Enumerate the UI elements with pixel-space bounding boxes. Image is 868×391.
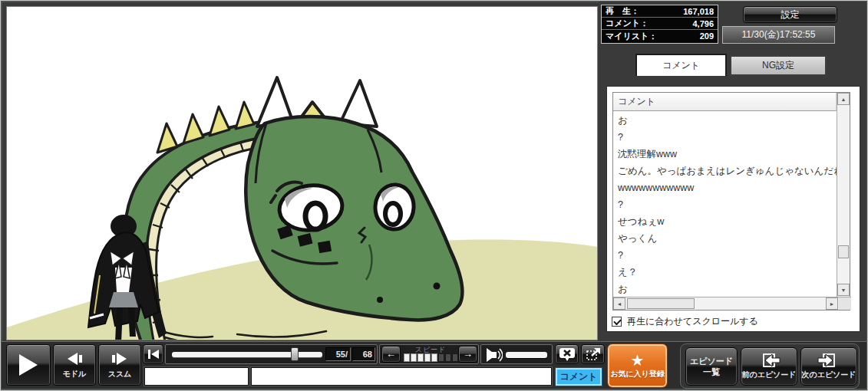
speed-segment: [452, 353, 458, 362]
stat-views: 再 生： 167,018: [602, 5, 718, 18]
video-screen[interactable]: [6, 6, 598, 340]
speed-segment: [417, 353, 424, 362]
skip-to-start-icon: [147, 348, 160, 360]
speed-segment: [438, 353, 444, 362]
seek-bar[interactable]: [172, 352, 322, 357]
step-forward-button[interactable]: ススム: [98, 344, 141, 386]
volume-slider[interactable]: [506, 352, 547, 358]
speed-down-button[interactable]: ←: [381, 346, 401, 363]
scroll-right-icon[interactable]: ►: [826, 297, 838, 310]
tab-ng-settings[interactable]: NG設定: [730, 55, 827, 76]
autoscroll-option: 再生に合わせてスクロールする: [612, 315, 758, 328]
stat-comments-label: コメント：: [606, 18, 649, 29]
stat-mylist: マイリスト： 209: [602, 30, 718, 42]
autoscroll-checkbox[interactable]: [612, 317, 622, 327]
next-episode-icon: [817, 353, 841, 368]
star-icon: ★: [631, 353, 645, 368]
stat-comments: コメント： 4,796: [602, 18, 718, 30]
video-player-window: 再 生： 167,018 コメント： 4,796 マイリスト： 209 設定 1…: [0, 0, 868, 391]
scrollbar-corner: [839, 297, 851, 310]
volume-control: [480, 344, 553, 364]
nostril-left: [377, 297, 383, 303]
seek-thumb[interactable]: [291, 347, 299, 361]
stat-mylist-label: マイリスト：: [606, 31, 657, 42]
frame-current: 55/: [325, 347, 351, 361]
comment-row[interactable]: ?: [613, 196, 837, 213]
step-forward-label: ススム: [108, 369, 132, 380]
comment-row[interactable]: wwwwwwwwwww: [613, 179, 837, 196]
speed-control: ← スピード →: [379, 344, 479, 364]
stat-comments-value: 4,796: [692, 19, 714, 28]
comment-row[interactable]: ごめん。やっぱおまえはレンぎゅんじゃないんだね: [613, 163, 837, 179]
scroll-down-icon[interactable]: ▼: [837, 284, 850, 296]
volume-icon: [486, 348, 503, 362]
speed-gauge[interactable]: [404, 353, 458, 362]
comment-row[interactable]: ?: [613, 247, 837, 264]
episode-list-label-line1: エピソード: [690, 356, 733, 366]
comment-list-header: コメント: [613, 93, 837, 111]
settings-button[interactable]: 設定: [743, 6, 837, 23]
comment-row[interactable]: え？: [613, 264, 837, 281]
comment-row[interactable]: やっくん: [613, 230, 837, 247]
episode-list-label-line2: 一覧: [703, 366, 720, 377]
stat-views-value: 167,018: [683, 7, 714, 16]
next-episode-label: 次のエピソード: [801, 370, 856, 380]
speed-up-button[interactable]: →: [458, 346, 477, 363]
speed-segment: [424, 353, 431, 362]
skip-to-start-button[interactable]: [143, 344, 163, 364]
previous-episode-label: 前のエピソード: [741, 370, 796, 380]
comment-submit-button[interactable]: コメント: [555, 367, 602, 386]
step-forward-icon: [110, 351, 130, 366]
comment-tab-panel: コメント お ? 沈黙理解www ごめん。やっぱおまえはレンぎゅんじゃないんだね…: [606, 86, 860, 332]
horizontal-scroll-thumb[interactable]: [627, 298, 695, 309]
speed-segment: [404, 353, 410, 362]
horizontal-scrollbar[interactable]: ◄ ►: [613, 297, 851, 310]
step-back-label: モドル: [63, 369, 87, 380]
player-control-bar: モドル ススム 55/ 68 ← スピード →: [2, 341, 866, 389]
play-icon: [18, 353, 38, 376]
comment-text-input[interactable]: [251, 367, 552, 386]
comment-hide-icon: [559, 347, 576, 362]
episode-list-button[interactable]: エピソード 一覧: [685, 347, 738, 386]
vertical-scrollbar[interactable]: ▲ ▼: [837, 93, 850, 297]
speed-segment: [431, 353, 437, 362]
comment-row[interactable]: ?: [613, 129, 837, 146]
scroll-left-icon[interactable]: ◄: [613, 297, 625, 310]
previous-episode-icon: [757, 353, 781, 368]
play-button[interactable]: [6, 344, 51, 386]
add-favorite-label: お気に入り登録: [610, 369, 665, 380]
tab-comment[interactable]: コメント: [635, 54, 727, 76]
stat-views-label: 再 生：: [606, 5, 639, 17]
comment-listview: コメント お ? 沈黙理解www ごめん。やっぱおまえはレンぎゅんじゃないんだね…: [612, 92, 850, 310]
step-back-icon: [64, 351, 84, 366]
step-back-button[interactable]: モドル: [53, 344, 96, 386]
seek-bar-panel: 55/ 68: [165, 344, 378, 364]
scroll-up-icon[interactable]: ▲: [837, 93, 850, 105]
speed-segment: [411, 353, 417, 362]
autoscroll-label: 再生に合わせてスクロールする: [627, 315, 758, 328]
right-panel: 再 生： 167,018 コメント： 4,796 マイリスト： 209 設定 1…: [599, 2, 866, 340]
next-episode-button[interactable]: 次のエピソード: [800, 347, 857, 386]
comment-visibility-button[interactable]: [555, 344, 579, 364]
video-scene-dragon-cartoon: [7, 7, 597, 340]
video-stats: 再 生： 167,018 コメント： 4,796 マイリスト： 209: [601, 5, 718, 44]
speed-segment: [445, 353, 451, 362]
resize-player-button[interactable]: [581, 344, 605, 364]
resize-icon: [585, 347, 602, 362]
comment-row[interactable]: お: [613, 281, 837, 297]
comment-command-input[interactable]: [144, 367, 249, 386]
comment-row[interactable]: お: [613, 112, 837, 129]
previous-episode-button[interactable]: 前のエピソード: [741, 347, 797, 386]
datetime-display: 11/30(金)17:52:55: [722, 26, 835, 44]
comment-list-rows: お ? 沈黙理解www ごめん。やっぱおまえはレンぎゅんじゃないんだね wwww…: [613, 112, 837, 297]
frame-total: 68: [352, 347, 375, 361]
episode-navigation-group: エピソード 一覧 前のエピソード 次のエピソード: [680, 343, 860, 389]
stat-mylist-value: 209: [700, 31, 714, 41]
comment-row[interactable]: 沈黙理解www: [613, 146, 837, 163]
vertical-scroll-thumb[interactable]: [838, 245, 849, 258]
comment-row[interactable]: せつねぇw: [613, 213, 837, 230]
add-favorite-button[interactable]: ★ お気に入り登録: [607, 343, 668, 388]
nostril-right: [434, 283, 441, 290]
